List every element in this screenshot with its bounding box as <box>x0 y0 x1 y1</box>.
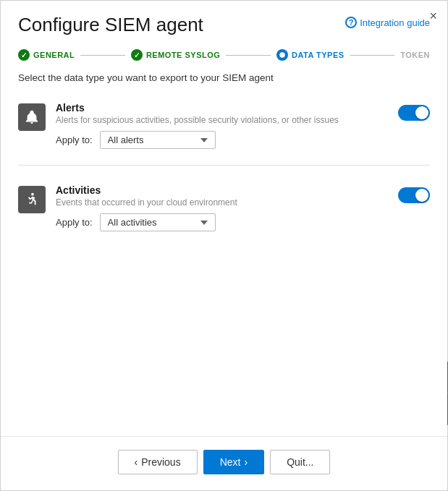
activities-icon-box <box>18 186 46 213</box>
alerts-name: Alerts <box>56 102 339 114</box>
alerts-apply-label: Apply to: <box>56 135 93 145</box>
close-button[interactable]: × <box>429 9 437 22</box>
activities-toggle[interactable] <box>398 187 430 203</box>
instruction-text: Select the data type you want to export … <box>18 72 430 83</box>
person-running-icon <box>24 192 40 208</box>
next-chevron-icon: › <box>244 456 248 468</box>
activities-apply-row: Apply to: All activities Failed logins A… <box>56 213 430 231</box>
activities-toggle-slider <box>398 187 430 203</box>
step-general: ✓ GENERAL <box>18 49 75 61</box>
quit-button[interactable]: Quit... <box>270 450 330 474</box>
alerts-toggle-slider <box>398 105 430 121</box>
alerts-apply-row: Apply to: All alerts High severity Mediu… <box>56 131 430 149</box>
bell-icon <box>24 109 40 125</box>
alerts-header: Alerts Alerts for suspicious activities,… <box>56 102 430 125</box>
alerts-icon-box <box>18 103 46 131</box>
alerts-apply-select[interactable]: All alerts High severity Medium severity… <box>100 131 216 149</box>
step-token-label: TOKEN <box>400 51 430 59</box>
step-data-types-label: DATA TYPES <box>292 51 345 59</box>
question-icon: ? <box>345 17 357 28</box>
dialog-footer: ‹ Previous Next › Quit... <box>1 436 447 490</box>
step-token: TOKEN <box>400 51 430 59</box>
activities-name: Activities <box>56 184 237 196</box>
configure-siem-dialog: × Configure SIEM agent ? Integration gui… <box>0 0 448 491</box>
dialog-title: Configure SIEM agent <box>18 14 203 36</box>
activities-info: Activities Events that occurred in your … <box>56 184 237 208</box>
step-line-2 <box>226 55 271 56</box>
activities-body: Activities Events that occurred in your … <box>56 184 430 231</box>
next-button[interactable]: Next › <box>203 450 264 474</box>
dialog-content: Select the data type you want to export … <box>1 72 447 436</box>
activities-header: Activities Events that occurred in your … <box>56 184 430 208</box>
step-remote-syslog-icon: ✓ <box>131 49 143 61</box>
next-label: Next <box>220 456 241 468</box>
step-remote-syslog: ✓ REMOTE SYSLOG <box>131 49 220 61</box>
integration-guide-link[interactable]: ? Integration guide <box>345 17 430 28</box>
previous-button[interactable]: ‹ Previous <box>118 450 198 474</box>
alerts-info: Alerts Alerts for suspicious activities,… <box>56 102 339 125</box>
alerts-toggle[interactable] <box>398 105 430 121</box>
activities-apply-label: Apply to: <box>56 217 93 228</box>
svg-point-1 <box>31 193 34 196</box>
step-line-1 <box>80 55 125 56</box>
step-line-3 <box>350 55 395 56</box>
prev-chevron-icon: ‹ <box>135 456 138 468</box>
items-divider <box>18 165 430 166</box>
alerts-description: Alerts for suspicious activities, possib… <box>56 115 339 125</box>
step-general-icon: ✓ <box>18 49 30 61</box>
quit-label: Quit... <box>287 456 313 468</box>
step-general-label: GENERAL <box>33 51 75 59</box>
step-remote-syslog-label: REMOTE SYSLOG <box>146 51 220 59</box>
dialog-header: Configure SIEM agent ? Integration guide <box>1 1 447 36</box>
previous-label: Previous <box>141 456 180 468</box>
step-data-types: DATA TYPES <box>276 49 345 61</box>
data-item-alerts: Alerts Alerts for suspicious activities,… <box>18 95 430 153</box>
data-item-activities: Activities Events that occurred in your … <box>18 177 430 236</box>
integration-guide-label: Integration guide <box>360 17 430 28</box>
alerts-body: Alerts Alerts for suspicious activities,… <box>56 102 430 149</box>
svg-point-0 <box>279 52 285 58</box>
activities-apply-select[interactable]: All activities Failed logins Admin activ… <box>100 213 216 231</box>
stepper: ✓ GENERAL ✓ REMOTE SYSLOG DATA TYPES TOK… <box>1 36 447 72</box>
activities-description: Events that occurred in your cloud envir… <box>56 197 237 208</box>
step-data-types-icon <box>276 49 288 61</box>
